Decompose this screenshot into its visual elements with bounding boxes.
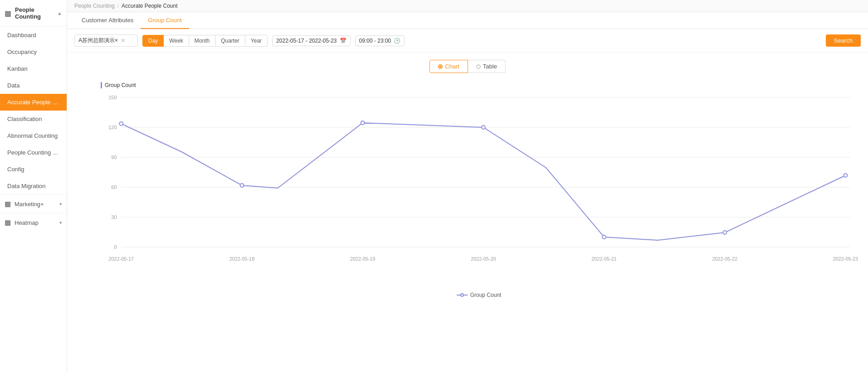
calendar-icon: 📅 (340, 38, 346, 44)
period-day-button[interactable]: Day (142, 35, 164, 47)
tab-group-count[interactable]: Group Count (141, 12, 189, 29)
period-week-button[interactable]: Week (164, 35, 189, 47)
sidebar-header[interactable]: ▩ People Counting ▲ (0, 0, 67, 27)
svg-point-23 (602, 235, 606, 239)
sidebar-item-classification[interactable]: Classification (0, 111, 67, 127)
period-month-button[interactable]: Month (189, 35, 215, 47)
legend-line (457, 295, 468, 295)
chart-view-button[interactable]: Chart (429, 60, 468, 73)
svg-point-24 (723, 231, 727, 234)
svg-point-19 (119, 122, 123, 126)
date-range-value: 2022-05-17 - 2022-05-23 (276, 38, 336, 44)
sidebar-item-kanban[interactable]: Kanban (0, 60, 67, 77)
breadcrumb-people-counting[interactable]: People Counting (74, 3, 115, 9)
chart-view-label: Chart (445, 63, 459, 70)
legend-group-count: Group Count (457, 292, 502, 298)
sidebar-item-dashboard[interactable]: Dashboard (0, 27, 67, 44)
chart-container: Group Count 150 120 90 60 30 (76, 82, 859, 325)
line-chart-svg: 150 120 90 60 30 0 2022-05-17 2022-05-18… (99, 93, 859, 283)
sidebar-item-abnormal-counting[interactable]: Abnormal Counting (0, 127, 67, 144)
sidebar-item-data[interactable]: Data (0, 77, 67, 94)
period-quarter-button[interactable]: Quarter (215, 35, 245, 47)
chart-title: Group Count (99, 82, 859, 88)
sidebar-items: DashboardOccupancyKanbanDataAccurate Peo… (0, 27, 67, 194)
breadcrumb: People Counting / Accurate People Count (67, 0, 868, 12)
svg-text:2022-05-20: 2022-05-20 (471, 256, 496, 262)
svg-text:2022-05-22: 2022-05-22 (712, 256, 737, 262)
period-buttons: Day Week Month Quarter Year (142, 35, 268, 47)
svg-text:150: 150 (108, 95, 117, 100)
chart-area: Chart Table Group Count (67, 53, 868, 373)
sidebar-sections: ▩ Marketing+ ▾▩ Heatmap ▾ (0, 194, 67, 232)
svg-text:2022-05-18: 2022-05-18 (229, 256, 254, 262)
breadcrumb-separator: / (117, 3, 119, 9)
sidebar-item-people-counting-c[interactable]: People Counting C... (0, 144, 67, 161)
svg-text:2022-05-19: 2022-05-19 (350, 256, 375, 262)
svg-text:30: 30 (111, 214, 117, 220)
filter-tag-value: A苏州总部演示× (78, 37, 118, 44)
svg-point-22 (482, 126, 485, 129)
filter-tag-close-button[interactable]: ✕ (121, 37, 126, 44)
legend-label: Group Count (470, 292, 502, 298)
svg-text:90: 90 (111, 155, 117, 160)
table-view-label: Table (483, 63, 497, 70)
svg-point-25 (844, 174, 847, 177)
sidebar-header-label: People Counting (15, 6, 57, 20)
sidebar: ▩ People Counting ▲ DashboardOccupancyKa… (0, 0, 67, 373)
svg-text:0: 0 (114, 244, 117, 250)
svg-text:2022-05-23: 2022-05-23 (833, 256, 858, 262)
time-range-picker[interactable]: 09:00 - 23:00 🕑 (355, 35, 405, 46)
bar-chart-icon: ▩ (5, 9, 11, 18)
svg-point-20 (240, 184, 244, 187)
sidebar-item-data-migration[interactable]: Data Migration (0, 178, 67, 194)
filter-tag[interactable]: A苏州总部演示× ✕ (74, 34, 138, 47)
filter-bar: A苏州总部演示× ✕ Day Week Month Quarter Year 2… (67, 29, 868, 53)
chevron-down-icon: ▾ (59, 220, 62, 226)
legend-dot (460, 293, 464, 297)
sidebar-item-config[interactable]: Config (0, 161, 67, 178)
date-range-picker[interactable]: 2022-05-17 - 2022-05-23 📅 (272, 35, 350, 46)
view-toggle: Chart Table (76, 60, 859, 73)
sidebar-item-occupancy[interactable]: Occupancy (0, 44, 67, 60)
chevron-up-icon: ▲ (57, 10, 62, 16)
chart-legend: Group Count (99, 292, 859, 298)
svg-text:60: 60 (111, 184, 117, 190)
breadcrumb-current: Accurate People Count (122, 3, 177, 9)
table-radio (476, 64, 481, 69)
tabs-bar: Customer Attributes Group Count (67, 12, 868, 29)
search-button[interactable]: Search (826, 34, 861, 47)
main-content: People Counting / Accurate People Count … (67, 0, 868, 373)
chart-radio (438, 64, 443, 69)
bar-chart-icon: ▩ (5, 200, 11, 208)
svg-text:2022-05-21: 2022-05-21 (591, 256, 616, 262)
tab-customer-attributes[interactable]: Customer Attributes (74, 12, 141, 29)
sidebar-section-heatmap[interactable]: ▩ Heatmap ▾ (0, 213, 67, 232)
time-range-value: 09:00 - 23:00 (359, 38, 391, 44)
table-view-button[interactable]: Table (468, 60, 506, 73)
sidebar-item-accurate-people[interactable]: Accurate People C... (0, 94, 67, 111)
svg-point-21 (361, 121, 365, 125)
sidebar-section-marketing[interactable]: ▩ Marketing+ ▾ (0, 194, 67, 213)
chevron-down-icon: ▾ (59, 201, 62, 207)
svg-text:2022-05-17: 2022-05-17 (109, 256, 134, 262)
period-year-button[interactable]: Year (245, 35, 268, 47)
clock-icon: 🕑 (394, 38, 400, 44)
svg-text:120: 120 (108, 125, 117, 130)
chart-svg: 150 120 90 60 30 0 2022-05-17 2022-05-18… (99, 93, 859, 285)
heatmap-icon: ▩ (5, 218, 11, 227)
